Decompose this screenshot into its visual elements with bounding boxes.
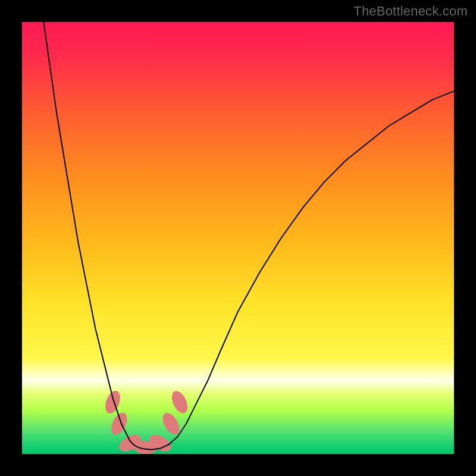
chart-frame: TheBottleneck.com bbox=[0, 0, 476, 476]
chart-svg bbox=[22, 22, 454, 454]
watermark-text: TheBottleneck.com bbox=[353, 4, 468, 19]
plot-area bbox=[22, 22, 454, 454]
gradient-background bbox=[22, 22, 454, 454]
